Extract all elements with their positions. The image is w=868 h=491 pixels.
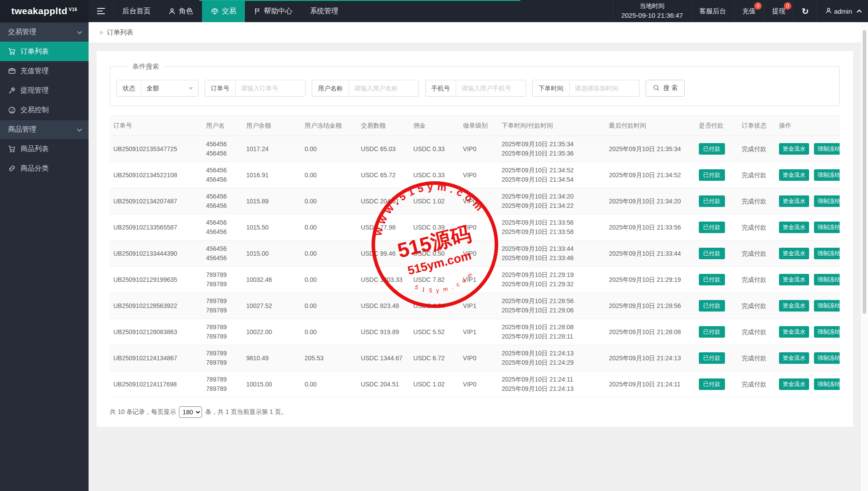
recharge-link[interactable]: 充值 0	[734, 0, 763, 22]
nav-help-center[interactable]: 帮助中心	[245, 0, 301, 22]
col-order-no: 订单号	[110, 116, 202, 136]
force-freeze-button[interactable]: 强制冻结	[814, 300, 840, 312]
username-line2: 456456	[206, 175, 239, 184]
sidebar-toggle-button[interactable]	[89, 0, 113, 22]
sidebar-item-trade-control[interactable]: 交易控制	[0, 100, 89, 120]
cell-commission: USDC 1.02	[410, 188, 459, 214]
service-backend-link[interactable]: 客服后台	[691, 0, 734, 22]
force-freeze-button[interactable]: 强制冻结	[814, 195, 840, 207]
table-row: UB2509102129199635 789789 789789 10032.4…	[110, 267, 840, 293]
cell-order-no: UB2509102129199635	[110, 267, 202, 293]
sidebar-group-goods[interactable]: 商品管理	[0, 120, 89, 139]
withdraw-link[interactable]: 提现 0	[763, 0, 793, 22]
username-line2: 456456	[206, 227, 239, 237]
pay-time: 2025年09月10日 21:24:13	[502, 384, 602, 394]
cell-paid: 已付款	[695, 319, 738, 345]
cell-order-no: UB2509102134522108	[110, 162, 202, 188]
cell-frozen: 0.00	[301, 319, 357, 345]
username-line2: 456456	[206, 253, 239, 263]
force-freeze-button[interactable]: 强制冻结	[814, 143, 840, 155]
sidebar-item-goods-list-label: 商品列表	[20, 144, 49, 154]
force-freeze-button[interactable]: 强制冻结	[814, 378, 840, 390]
search-button[interactable]: 搜 索	[646, 80, 685, 97]
fund-flow-button[interactable]: 资金流水	[779, 195, 809, 207]
service-backend-label: 客服后台	[699, 7, 726, 16]
status-filter: 状态 全部	[116, 80, 198, 97]
cell-order-pay-time: 2025年09月10日 21:34:20 2025年09月10日 21:34:2…	[498, 188, 605, 214]
sidebar-item-withdraw-mgmt[interactable]: 提现管理	[0, 81, 89, 100]
force-freeze-button[interactable]: 强制冻结	[814, 352, 840, 364]
fund-flow-button[interactable]: 资金流水	[779, 274, 809, 285]
scrollbar[interactable]	[861, 22, 868, 491]
search-panel: 条件搜索 状态 全部 订单号 用户名称	[110, 62, 840, 106]
cell-amount: USDC 1303.33	[357, 267, 410, 293]
cell-amount: USDC 919.89	[357, 319, 410, 345]
fund-flow-button[interactable]: 资金流水	[779, 143, 809, 155]
username-line1: 456456	[206, 244, 239, 253]
nav-dashboard[interactable]: 后台首页	[113, 0, 159, 22]
status-select[interactable]: 全部	[141, 80, 198, 96]
order-no-input[interactable]	[236, 80, 305, 96]
scrollbar-thumb[interactable]	[863, 30, 866, 314]
sidebar-item-recharge-mgmt[interactable]: 充值管理	[0, 61, 89, 81]
cell-order-pay-time: 2025年09月10日 21:34:52 2025年09月10日 21:34:5…	[498, 162, 605, 188]
sidebar-item-order-list[interactable]: 订单列表	[0, 42, 89, 61]
cell-frozen: 205.53	[301, 345, 357, 371]
fund-flow-button[interactable]: 资金流水	[779, 169, 809, 181]
fund-flow-button[interactable]: 资金流水	[779, 222, 809, 233]
pay-time: 2025年09月10日 21:35:36	[502, 149, 602, 158]
table-row: UB2509102135347725 456456 456456 1017.24…	[110, 136, 840, 162]
phone-filter: 手机号	[425, 80, 526, 97]
sidebar-group-goods-label: 商品管理	[8, 125, 36, 134]
username-line1: 456456	[206, 166, 239, 175]
sidebar-item-goods-list[interactable]: 商品列表	[0, 139, 89, 159]
phone-input[interactable]	[456, 80, 526, 96]
cell-order-no: UB2509102133565587	[110, 214, 202, 241]
fund-flow-button[interactable]: 资金流水	[779, 352, 809, 364]
cell-amount: USDC 77.98	[357, 214, 410, 241]
force-freeze-button[interactable]: 强制冻结	[814, 222, 840, 233]
cell-status: 完成付款	[738, 214, 775, 241]
cell-username: 789789 789789	[202, 371, 243, 397]
cell-order-pay-time: 2025年09月10日 21:28:08 2025年09月10日 21:28:1…	[498, 319, 605, 345]
nav-roles[interactable]: 角色	[159, 0, 202, 22]
paid-badge: 已付款	[699, 222, 725, 233]
order-time: 2025年09月10日 21:33:56	[502, 218, 602, 227]
username-input[interactable]	[349, 80, 418, 96]
sidebar-item-order-list-label: 订单列表	[20, 47, 49, 56]
paid-badge: 已付款	[699, 378, 725, 390]
sidebar-item-goods-category[interactable]: 商品分类	[0, 159, 89, 178]
top-header: tweakappltd V16 后台首页 角色 交易 帮助中心 系统管	[0, 0, 868, 22]
pay-time: 2025年09月10日 21:34:22	[502, 201, 602, 210]
force-freeze-button[interactable]: 强制冻结	[814, 326, 840, 338]
fund-flow-button[interactable]: 资金流水	[779, 326, 809, 338]
sidebar-group-trade[interactable]: 交易管理	[0, 22, 89, 42]
table-row: UB2509102133565587 456456 456456 1015.50…	[110, 214, 840, 241]
select-caret-icon	[189, 87, 193, 90]
user-menu[interactable]: admin	[817, 0, 868, 22]
force-freeze-button[interactable]: 强制冻结	[814, 274, 840, 285]
table-row: UB2509102124117698 789789 789789 10015.0…	[110, 371, 840, 397]
pay-time: 2025年09月10日 21:28:11	[502, 332, 602, 341]
nav-system[interactable]: 系统管理	[301, 0, 347, 22]
per-page-select[interactable]: 180	[179, 406, 202, 418]
cell-commission: USDC 6.72	[410, 345, 459, 371]
pay-time: 2025年09月10日 21:33:58	[502, 227, 602, 237]
force-freeze-button[interactable]: 强制冻结	[814, 248, 840, 259]
table-row: UB2509102128083863 789789 789789 10022.0…	[110, 319, 840, 345]
refresh-button[interactable]: ↻	[793, 0, 817, 22]
paid-badge: 已付款	[699, 143, 725, 155]
fund-flow-button[interactable]: 资金流水	[779, 248, 809, 259]
force-freeze-button[interactable]: 强制冻结	[814, 169, 840, 181]
page-title: 订单列表	[107, 28, 133, 37]
cell-amount: USDC 65.72	[357, 162, 410, 188]
order-time-filter-label: 下单时间	[533, 80, 570, 96]
fund-flow-button[interactable]: 资金流水	[779, 378, 809, 390]
fund-flow-button[interactable]: 资金流水	[779, 300, 809, 312]
nav-trade[interactable]: 交易	[202, 0, 245, 22]
col-order-pay-time: 下单时间/付款时间	[498, 116, 605, 136]
cell-status: 完成付款	[738, 345, 775, 371]
cell-order-no: UB2509102124117698	[110, 371, 202, 397]
username-filter: 用户名称	[312, 80, 419, 97]
order-time-input[interactable]	[570, 80, 639, 96]
